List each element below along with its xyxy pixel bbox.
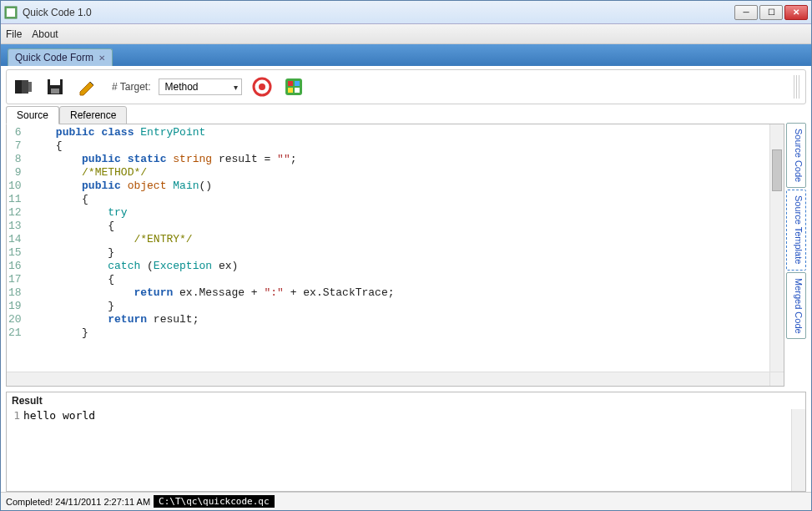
status-message: Completed! 24/11/2011 2:27:11 AM <box>6 497 150 507</box>
svg-rect-12 <box>295 81 300 86</box>
svg-rect-11 <box>288 81 293 86</box>
result-text[interactable]: hello world <box>23 409 791 491</box>
svg-rect-4 <box>28 82 32 92</box>
content: # Target: Method Source Reference 678 <box>1 66 811 492</box>
menubar: File About <box>1 24 811 44</box>
scroll-thumb[interactable] <box>772 149 782 191</box>
svg-rect-13 <box>288 88 293 93</box>
tab-reference[interactable]: Reference <box>59 106 127 124</box>
svg-point-9 <box>259 83 265 90</box>
code-area[interactable]: 6789101112131415161718192021 public clas… <box>7 124 784 372</box>
menu-file[interactable]: File <box>6 28 22 40</box>
document-tab-bar: Quick Code Form ✕ <box>1 44 811 66</box>
tab-source[interactable]: Source <box>6 106 59 124</box>
editor-column: Source Reference 67891011121314151617181… <box>6 106 784 387</box>
save-button[interactable] <box>43 75 67 99</box>
statusbar: Completed! 24/11/2011 2:27:11 AM C:\T\qc… <box>1 492 811 510</box>
target-select-value: Method <box>164 81 198 93</box>
menu-about[interactable]: About <box>32 28 58 40</box>
svg-rect-1 <box>7 8 15 17</box>
result-body: 1 hello world <box>7 409 805 491</box>
result-panel: Result 1 hello world <box>6 392 806 492</box>
window-title: Quick Code 1.0 <box>23 7 734 18</box>
run-button[interactable] <box>282 75 305 99</box>
toolbar-grip <box>794 75 800 99</box>
vertical-scrollbar[interactable] <box>769 124 784 372</box>
edit-button[interactable] <box>75 75 98 99</box>
svg-rect-6 <box>50 79 60 85</box>
code-panel: 6789101112131415161718192021 public clas… <box>6 124 784 387</box>
minimize-button[interactable]: ─ <box>734 5 758 20</box>
side-tab-merged-code[interactable]: Merged Code <box>786 272 806 340</box>
help-button[interactable] <box>250 75 274 99</box>
status-path: C:\T\qc\quickcode.qc <box>154 495 274 508</box>
code-lines[interactable]: public class EntryPoint { public static … <box>27 124 769 372</box>
close-button[interactable]: ✕ <box>784 5 808 20</box>
svg-rect-14 <box>295 88 300 93</box>
titlebar: Quick Code 1.0 ─ ☐ ✕ <box>1 1 811 24</box>
horizontal-scrollbar[interactable] <box>7 372 784 386</box>
svg-rect-2 <box>15 80 22 94</box>
window-controls: ─ ☐ ✕ <box>734 5 808 20</box>
document-tab-label: Quick Code Form <box>15 52 93 63</box>
maximize-button[interactable]: ☐ <box>759 5 783 20</box>
app-window: Quick Code 1.0 ─ ☐ ✕ File About Quick Co… <box>0 0 812 511</box>
result-header: Result <box>7 392 805 409</box>
side-tabs: Source Code Source Template Merged Code <box>786 106 806 387</box>
result-scrollbar[interactable] <box>791 409 805 491</box>
document-tab[interactable]: Quick Code Form ✕ <box>8 48 113 66</box>
close-tab-icon[interactable]: ✕ <box>98 53 105 63</box>
line-gutter: 6789101112131415161718192021 <box>7 124 27 372</box>
main-row: Source Reference 67891011121314151617181… <box>6 106 806 387</box>
target-select[interactable]: Method <box>159 78 242 95</box>
svg-rect-7 <box>51 89 59 94</box>
target-label: # Target: <box>112 81 150 93</box>
side-tab-source-code[interactable]: Source Code <box>786 123 806 188</box>
open-folder-button[interactable] <box>12 75 35 99</box>
toolbar: # Target: Method <box>6 69 806 104</box>
result-gutter: 1 <box>7 409 23 491</box>
svg-rect-3 <box>22 80 28 94</box>
side-tab-source-template[interactable]: Source Template <box>786 190 806 270</box>
editor-tabs: Source Reference <box>6 106 784 124</box>
app-icon <box>4 6 18 19</box>
